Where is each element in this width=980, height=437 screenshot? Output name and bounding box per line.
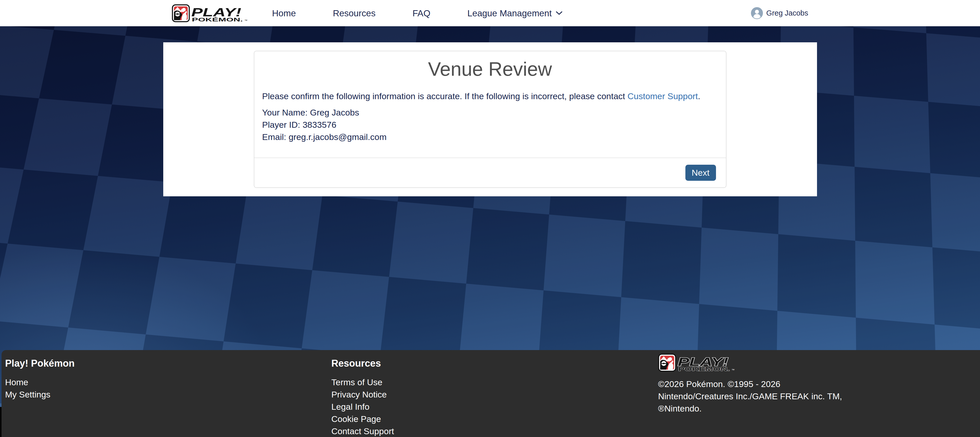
footer-heading-play-pokemon: Play! Pokémon: [5, 358, 75, 369]
page-title: Venue Review: [254, 59, 726, 79]
player-details: Your Name: Greg Jacobs Player ID: 383357…: [262, 106, 718, 143]
footer-link-legal-info[interactable]: Legal Info: [331, 400, 394, 413]
footer-link-contact-support[interactable]: Contact Support: [331, 425, 394, 437]
page-background: Venue Review Please confirm the followin…: [0, 26, 980, 437]
copyright-line-3: ®Nintendo.: [658, 402, 842, 415]
play-pokemon-logo-icon: PLAY! POKÉMON. ™: [172, 4, 248, 22]
nav-link-faq[interactable]: FAQ: [412, 8, 430, 18]
logo-trademark: ™: [244, 19, 247, 22]
customer-support-link[interactable]: Customer Support: [627, 91, 698, 101]
primary-nav: Home Resources FAQ League Management: [272, 8, 563, 18]
confirmation-text-before: Please confirm the following information…: [262, 91, 627, 101]
play-pokemon-logo[interactable]: PLAY! POKÉMON. ™: [172, 4, 248, 22]
nav-dropdown-label: League Management: [467, 8, 552, 18]
footer-link-my-settings[interactable]: My Settings: [5, 388, 75, 400]
next-button[interactable]: Next: [686, 165, 716, 181]
footer-logo-trademark: ™: [732, 369, 735, 372]
top-navbar: PLAY! POKÉMON. ™ Home Resources FAQ Leag…: [0, 0, 980, 26]
nav-dropdown-league-management[interactable]: League Management: [467, 8, 562, 18]
copyright-line-1: ©2026 Pokémon. ©1995 - 2026: [658, 378, 842, 390]
copyright-line-2: Nintendo/Creatures Inc./GAME FREAK inc. …: [658, 390, 842, 402]
card-footer: Next: [254, 157, 726, 188]
footer-logo-pokemon-text: POKÉMON.: [678, 366, 730, 372]
footer-link-home[interactable]: Home: [5, 376, 75, 388]
confirmation-text: Please confirm the following information…: [262, 90, 718, 102]
content-panel: Venue Review Please confirm the followin…: [163, 42, 817, 196]
user-avatar-icon: [751, 7, 763, 19]
detail-your-name: Your Name: Greg Jacobs: [262, 106, 718, 119]
footer-column-play-pokemon: Play! Pokémon Home My Settings: [5, 350, 75, 400]
chevron-down-icon: [556, 11, 562, 15]
venue-review-card: Venue Review Please confirm the followin…: [254, 51, 727, 188]
footer-play-pokemon-logo-icon: PLAY! POKÉMON. ™: [658, 354, 736, 372]
footer-link-cookie-page[interactable]: Cookie Page: [331, 413, 394, 425]
detail-player-id: Player ID: 3833576: [262, 119, 718, 131]
logo-pokemon-text: POKÉMON.: [192, 17, 243, 22]
confirmation-text-after: .: [698, 91, 700, 101]
footer-link-privacy-notice[interactable]: Privacy Notice: [331, 388, 394, 400]
user-menu[interactable]: Greg Jacobs: [751, 7, 808, 19]
site-footer: Play! Pokémon Home My Settings Resources…: [2, 350, 980, 437]
footer-column-resources: Resources Terms of Use Privacy Notice Le…: [331, 350, 394, 437]
footer-heading-resources: Resources: [331, 358, 394, 369]
detail-email: Email: greg.r.jacobs@gmail.com: [262, 131, 718, 143]
footer-column-legal: PLAY! POKÉMON. ™ ©2026 Pokémon. ©1995 - …: [658, 350, 842, 415]
navbar-inner: PLAY! POKÉMON. ™ Home Resources FAQ Leag…: [163, 0, 817, 26]
user-name: Greg Jacobs: [766, 9, 808, 17]
copyright-text: ©2026 Pokémon. ©1995 - 2026 Nintendo/Cre…: [658, 378, 842, 415]
nav-link-home[interactable]: Home: [272, 8, 296, 18]
footer-link-terms-of-use[interactable]: Terms of Use: [331, 376, 394, 388]
nav-link-resources[interactable]: Resources: [333, 8, 375, 18]
